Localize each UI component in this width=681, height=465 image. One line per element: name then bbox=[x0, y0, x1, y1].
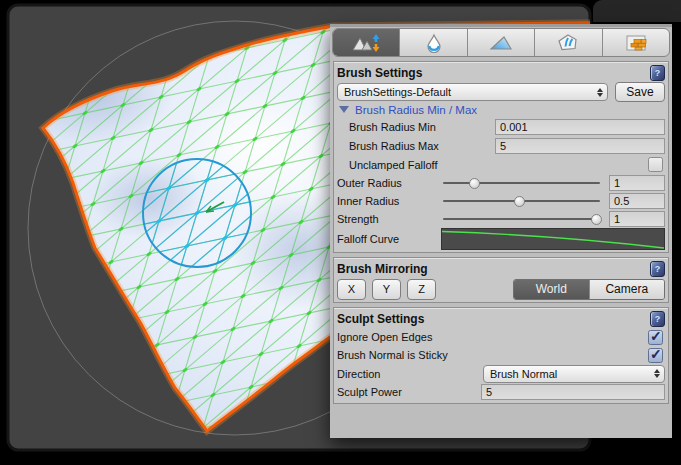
sculpt-power-label: Sculpt Power bbox=[337, 386, 481, 398]
inner-radius-slider[interactable] bbox=[441, 192, 602, 210]
sculpt-mountain-icon bbox=[351, 33, 381, 53]
dropdown-stepper-icon bbox=[597, 88, 603, 97]
dropdown-stepper-icon bbox=[654, 369, 660, 378]
slider-handle[interactable] bbox=[514, 196, 525, 207]
brush-mirroring-title: Brush Mirroring bbox=[337, 262, 650, 276]
brush-radius-min-field[interactable]: 0.001 bbox=[495, 119, 665, 135]
outer-radius-field[interactable]: 1 bbox=[609, 175, 665, 191]
mirror-x-button[interactable]: X bbox=[337, 279, 366, 300]
direction-label: Direction bbox=[337, 368, 483, 380]
section-brush-mirroring: Brush Mirroring X Y Z World Camera bbox=[333, 257, 669, 303]
brush-radius-foldout[interactable]: Brush Radius Min / Max bbox=[337, 102, 665, 117]
section-sculpt-settings: Sculpt Settings Ignore Open Edges Brush … bbox=[333, 307, 669, 404]
mirror-space-camera[interactable]: Camera bbox=[590, 280, 665, 299]
foldout-label: Brush Radius Min / Max bbox=[355, 104, 477, 116]
outer-radius-slider[interactable] bbox=[441, 174, 602, 192]
polybrush-panel: Brush Settings BrushSettings-Default Sav… bbox=[330, 24, 672, 438]
falloff-curve-label: Falloff Curve bbox=[337, 233, 441, 245]
sculpt-settings-title: Sculpt Settings bbox=[337, 312, 650, 326]
tab-sculpt[interactable] bbox=[333, 29, 400, 56]
brush-normal-sticky-label: Brush Normal is Sticky bbox=[337, 349, 448, 361]
tab-paint[interactable] bbox=[468, 29, 535, 56]
mirror-y-button[interactable]: Y bbox=[372, 279, 401, 300]
strength-field[interactable]: 1 bbox=[609, 211, 665, 227]
slider-handle[interactable] bbox=[469, 178, 480, 189]
strength-slider[interactable] bbox=[441, 210, 602, 228]
brush-preset-dropdown[interactable]: BrushSettings-Default bbox=[337, 83, 608, 101]
foldout-triangle-icon bbox=[339, 106, 349, 113]
prefab-polygon-icon bbox=[556, 33, 580, 53]
save-button[interactable]: Save bbox=[615, 82, 665, 102]
unclamped-falloff-checkbox[interactable] bbox=[648, 157, 663, 172]
tab-smooth[interactable] bbox=[400, 29, 467, 56]
background-window-corner bbox=[593, 0, 681, 22]
brush-radius-max-label: Brush Radius Max bbox=[337, 140, 495, 152]
mirror-space-world[interactable]: World bbox=[514, 280, 590, 299]
mirror-z-button[interactable]: Z bbox=[407, 279, 436, 300]
falloff-curve-graph bbox=[442, 229, 664, 249]
direction-dropdown[interactable]: Brush Normal bbox=[483, 365, 665, 383]
help-icon[interactable] bbox=[650, 65, 665, 81]
falloff-curve-field[interactable] bbox=[441, 228, 665, 250]
sculpt-power-field[interactable]: 5 bbox=[481, 384, 665, 400]
smooth-droplet-icon bbox=[422, 33, 446, 53]
ignore-open-edges-checkbox[interactable] bbox=[648, 330, 663, 345]
brush-settings-title: Brush Settings bbox=[337, 66, 650, 80]
help-icon[interactable] bbox=[650, 311, 665, 327]
texture-bricks-icon bbox=[624, 33, 648, 53]
brush-radius-max-field[interactable]: 5 bbox=[495, 138, 665, 154]
strength-label: Strength bbox=[337, 213, 441, 225]
brush-normal-sticky-checkbox[interactable] bbox=[648, 348, 663, 363]
paint-triangle-icon bbox=[489, 33, 513, 53]
tab-texture[interactable] bbox=[603, 29, 669, 56]
mirror-space-toggle: World Camera bbox=[513, 279, 665, 300]
tool-tab-bar bbox=[332, 28, 670, 57]
help-icon[interactable] bbox=[650, 261, 665, 277]
outer-radius-label: Outer Radius bbox=[337, 177, 441, 189]
section-brush-settings: Brush Settings BrushSettings-Default Sav… bbox=[333, 61, 669, 253]
inner-radius-label: Inner Radius bbox=[337, 195, 441, 207]
unclamped-falloff-label: Unclamped Falloff bbox=[337, 159, 437, 171]
ignore-open-edges-label: Ignore Open Edges bbox=[337, 331, 432, 343]
slider-handle[interactable] bbox=[591, 214, 602, 225]
tab-prefab[interactable] bbox=[535, 29, 602, 56]
direction-value: Brush Normal bbox=[490, 368, 650, 380]
brush-radius-min-label: Brush Radius Min bbox=[337, 121, 495, 133]
brush-preset-value: BrushSettings-Default bbox=[344, 86, 593, 98]
inner-radius-field[interactable]: 0.5 bbox=[609, 193, 665, 209]
